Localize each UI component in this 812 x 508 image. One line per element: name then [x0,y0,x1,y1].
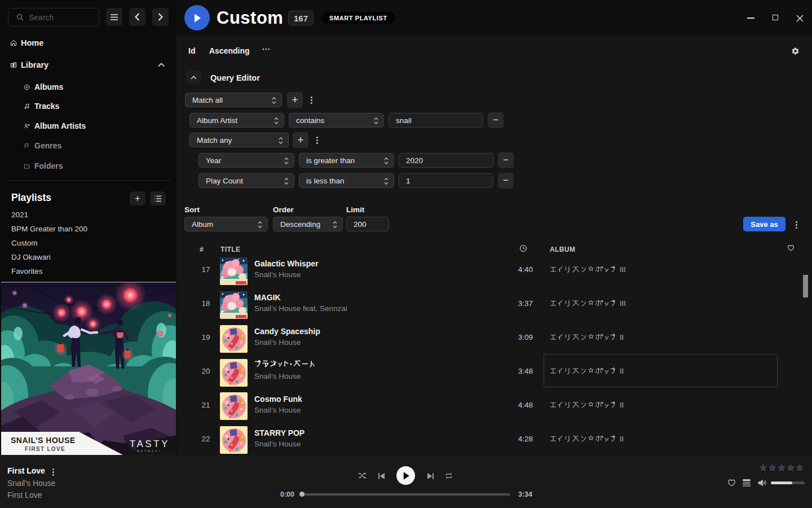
svg-text:BSTMAXI: BSTMAXI [137,449,161,453]
svg-text:TASTY: TASTY [130,439,170,449]
svg-text:SNAIL’S HOUSE: SNAIL’S HOUSE [11,436,76,445]
svg-text:FIRST LOVE: FIRST LOVE [25,446,65,452]
